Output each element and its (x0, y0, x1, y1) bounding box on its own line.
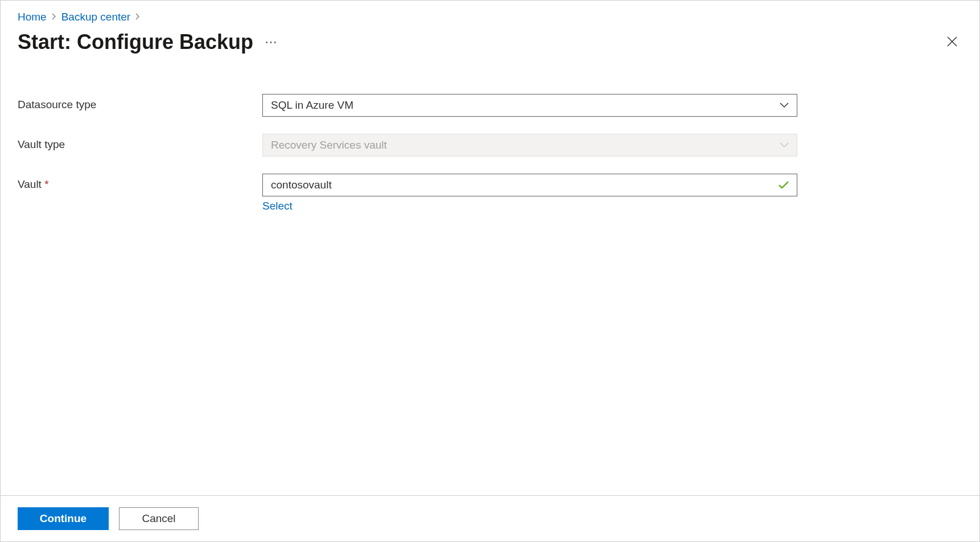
required-marker: * (44, 178, 48, 190)
footer: Continue Cancel (1, 495, 979, 541)
vault-value: contosovault (271, 179, 332, 191)
breadcrumb: Home Backup center (18, 11, 962, 23)
page-title: Start: Configure Backup (18, 30, 253, 54)
breadcrumb-backup-center-link[interactable]: Backup center (61, 11, 130, 23)
chevron-right-icon (51, 12, 57, 22)
chevron-down-icon (780, 140, 789, 150)
vault-type-label: Vault type (18, 134, 262, 151)
continue-button[interactable]: Continue (18, 507, 109, 530)
close-button[interactable] (942, 31, 962, 54)
checkmark-icon (779, 179, 789, 192)
datasource-type-label: Datasource type (18, 94, 262, 111)
breadcrumb-home-link[interactable]: Home (18, 11, 47, 23)
vault-type-value: Recovery Services vault (271, 139, 387, 151)
vault-select-link[interactable]: Select (262, 200, 293, 212)
chevron-down-icon (780, 100, 789, 110)
vault-label: Vault * (18, 174, 262, 191)
vault-type-select: Recovery Services vault (262, 134, 797, 157)
vault-input[interactable]: contosovault (262, 174, 797, 196)
datasource-type-select[interactable]: SQL in Azure VM (262, 94, 797, 117)
chevron-right-icon (135, 12, 141, 22)
cancel-button[interactable]: Cancel (119, 507, 199, 530)
more-actions-icon[interactable]: ⋯ (265, 35, 278, 50)
datasource-type-value: SQL in Azure VM (271, 99, 353, 112)
